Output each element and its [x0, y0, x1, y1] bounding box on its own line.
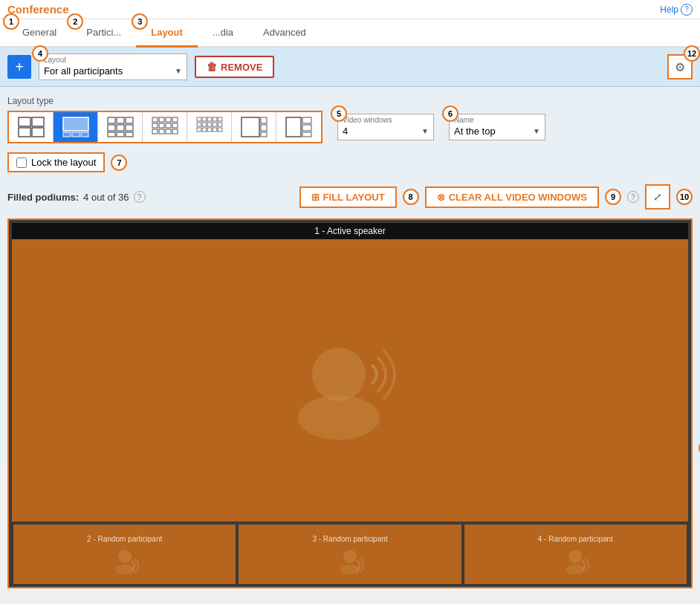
svg-rect-2 — [19, 128, 30, 137]
callout-2: 2 — [67, 13, 83, 30]
svg-rect-18 — [159, 117, 164, 122]
add-layout-button[interactable]: + — [7, 55, 31, 79]
callout-10: 10 — [676, 189, 693, 205]
callout-1: 1 — [3, 13, 19, 30]
svg-rect-46 — [261, 125, 267, 131]
svg-rect-39 — [197, 128, 201, 131]
layout-opt-main1[interactable] — [54, 112, 98, 142]
svg-rect-47 — [261, 132, 267, 137]
layout-opt-grid9[interactable] — [98, 112, 143, 142]
name-wrap: 6 Name At the top ▼ — [449, 114, 545, 140]
svg-rect-19 — [166, 117, 171, 122]
svg-rect-3 — [32, 128, 44, 137]
svg-rect-17 — [152, 117, 158, 122]
lock-checkbox[interactable] — [16, 158, 27, 168]
speaker-icon — [283, 321, 417, 440]
svg-rect-25 — [152, 129, 158, 134]
tab-media[interactable]: ...dia — [198, 19, 248, 48]
svg-rect-35 — [202, 123, 207, 126]
video-windows-arrow: ▼ — [421, 127, 429, 135]
svg-rect-43 — [218, 128, 222, 131]
info-icon2[interactable]: ? — [627, 191, 639, 203]
trash-icon: 🗑 — [207, 61, 217, 73]
video-windows-select[interactable]: 4 ▼ — [343, 124, 429, 138]
layout-opt-grid16[interactable] — [143, 112, 187, 142]
tab-advanced[interactable]: Advanced — [248, 19, 321, 48]
svg-rect-6 — [72, 132, 80, 137]
layout-opt-sidebar2[interactable] — [276, 112, 321, 142]
layout-dropdown-wrap: 4 Layout For all participants ▼ — [39, 53, 187, 80]
svg-rect-13 — [126, 125, 133, 131]
video-preview-area: 1 - Active speaker 2 - Random participan… — [7, 218, 693, 588]
svg-rect-40 — [202, 128, 207, 131]
svg-rect-31 — [207, 117, 212, 121]
svg-rect-28 — [172, 129, 178, 134]
podiums-label: Filled podiums: — [7, 192, 79, 203]
svg-rect-32 — [213, 117, 217, 121]
svg-rect-22 — [159, 123, 164, 128]
svg-rect-48 — [286, 117, 301, 137]
participant-icon-1 — [110, 548, 140, 574]
podiums-info: Filled podiums: 4 out of 36 ? — [7, 191, 146, 203]
callout-12: 12 — [684, 45, 700, 62]
callout-6: 6 — [442, 105, 458, 122]
svg-rect-50 — [302, 125, 311, 131]
layout-opt-grid25[interactable] — [187, 112, 232, 142]
svg-rect-27 — [166, 129, 171, 134]
svg-rect-49 — [302, 117, 311, 123]
remove-button[interactable]: 🗑 REMOVE — [195, 56, 274, 78]
svg-rect-7 — [81, 132, 88, 137]
top-bar: Conference Help ? — [0, 0, 700, 19]
participant-2: 3 - Random participant — [239, 525, 461, 584]
layout-type-section: Layout type — [7, 96, 693, 143]
main-video — [12, 239, 688, 522]
layout-options — [7, 111, 323, 143]
video-windows-wrap: 5 Video windows 4 ▼ — [337, 114, 434, 140]
clear-icon: ⊗ — [437, 192, 445, 203]
svg-rect-38 — [218, 123, 222, 126]
svg-rect-34 — [197, 123, 201, 126]
tab-participants[interactable]: 2 Partici... — [71, 19, 136, 48]
name-arrow: ▼ — [533, 127, 540, 135]
podiums-row: Filled podiums: 4 out of 36 ? ⊞ FILL LAY… — [7, 181, 693, 212]
layout-dropdown[interactable]: For all participants ▼ — [44, 64, 182, 78]
svg-point-53 — [312, 348, 366, 401]
fill-icon: ⊞ — [311, 192, 320, 203]
tab-layout[interactable]: 3 Layout — [136, 19, 198, 48]
lock-row: Lock the layout 7 — [7, 152, 693, 172]
svg-rect-11 — [108, 125, 115, 131]
svg-rect-21 — [152, 123, 158, 128]
svg-rect-36 — [207, 123, 212, 126]
fill-layout-button[interactable]: ⊞ FILL LAYOUT — [299, 186, 397, 208]
svg-rect-44 — [242, 117, 259, 137]
svg-rect-5 — [63, 132, 71, 137]
svg-rect-37 — [213, 123, 217, 126]
participant-3: 4 - Random participant — [464, 525, 687, 584]
svg-rect-30 — [202, 117, 207, 121]
expand-icon: ⤢ — [653, 191, 662, 203]
svg-point-58 — [568, 550, 582, 563]
svg-rect-42 — [213, 128, 217, 131]
expand-button[interactable]: ⤢ — [645, 184, 670, 210]
lock-wrap: Lock the layout — [7, 152, 105, 172]
svg-rect-8 — [108, 117, 115, 123]
layout-opt-grid4[interactable] — [9, 112, 54, 142]
help-icon: ? — [681, 4, 693, 16]
svg-rect-15 — [117, 132, 124, 137]
name-select[interactable]: At the top ▼ — [454, 124, 540, 138]
clear-video-button[interactable]: ⊗ CLEAR ALL VIDEO WINDOWS — [425, 186, 599, 208]
svg-rect-4 — [63, 117, 88, 131]
info-icon[interactable]: ? — [134, 191, 146, 203]
layout-opt-sidebar1[interactable] — [232, 112, 276, 142]
active-speaker-label: 1 - Active speaker — [12, 223, 688, 239]
svg-rect-26 — [159, 129, 164, 134]
toolbar: + 4 Layout For all participants ▼ 🗑 REMO… — [0, 48, 700, 87]
tab-general[interactable]: 1 General — [7, 19, 71, 48]
participant-1: 2 - Random participant — [13, 525, 236, 584]
help-link[interactable]: Help ? — [660, 4, 693, 16]
svg-rect-33 — [218, 117, 222, 121]
svg-rect-9 — [117, 117, 124, 123]
svg-rect-10 — [126, 117, 133, 123]
svg-point-56 — [343, 550, 357, 563]
svg-rect-23 — [166, 123, 171, 128]
